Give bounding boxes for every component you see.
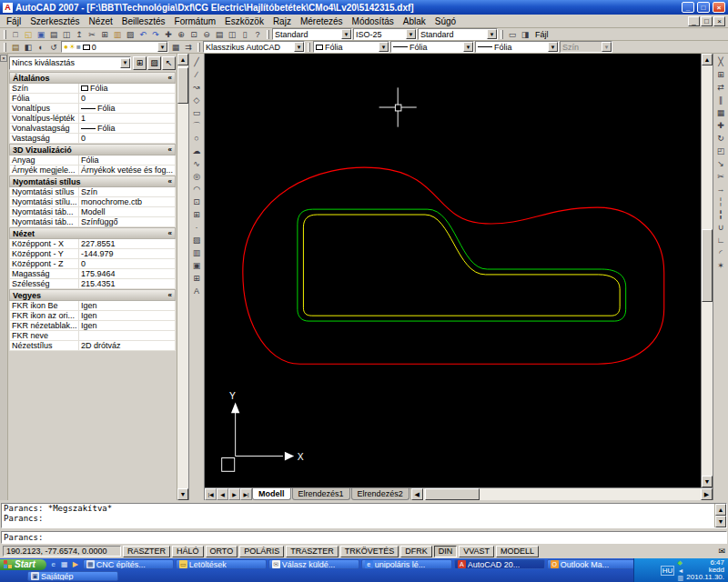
chevron-down-icon[interactable]: ▾ [406,29,416,39]
table-icon[interactable]: ⊞ [190,272,204,285]
help-icon[interactable]: ? [251,29,264,40]
menu-eszkozok[interactable]: Eszközök [220,15,268,27]
property-value[interactable]: Fólia [79,104,175,113]
menu-sugo[interactable]: Súgó [430,15,460,27]
ellipse-arc-icon[interactable]: ◠ [190,183,204,196]
hatch-icon[interactable]: ▨ [190,234,204,246]
zoom-realtime-icon[interactable]: ⊕ [175,29,187,40]
explode-icon[interactable]: ✶ [714,259,728,272]
toolbar-grip[interactable] [197,43,200,52]
command-scrollbar[interactable]: ▲ ▼ [714,504,726,527]
restore-button[interactable]: □ [697,2,710,13]
canvas-horizontal-scrollbar[interactable]: ◀ ▶ [410,488,713,500]
chevron-down-icon[interactable]: ▾ [379,42,389,52]
revision-cloud-icon[interactable]: ☁ [190,145,204,157]
plot-preview-icon[interactable]: ◫ [60,29,73,40]
toolbar-grip[interactable] [500,30,503,39]
insert-block-icon[interactable]: ⊡ [190,196,204,208]
make-block-icon[interactable]: ⊞ [190,208,204,221]
offset-icon[interactable]: ∥ [714,94,728,106]
drawing-canvas[interactable]: Y X [205,54,701,487]
cut-icon[interactable]: ✂ [86,29,98,40]
new-file-icon[interactable]: □ [9,29,22,40]
color-combo[interactable]: Fólia ▾ [313,41,389,53]
linetype-combo[interactable]: Fólia ▾ [390,41,474,53]
stretch-icon[interactable]: ↘ [714,157,728,170]
command-history[interactable]: Parancs: *Megszakítva* Parancs: ▲ ▼ [1,503,727,528]
task-autocad-20[interactable]: AAutoCAD 20... [454,559,545,569]
language-indicator[interactable]: HU [661,566,675,576]
chevron-down-icon[interactable]: ▾ [487,29,497,39]
property-value[interactable]: 215.4351 [79,279,175,288]
toolbar-grip[interactable] [4,30,6,39]
dimstyle-combo[interactable]: ISO-25 ▾ [353,28,417,40]
property-value[interactable]: Szín [79,187,175,196]
property-value[interactable]: Igen [79,311,175,320]
ellipse-icon[interactable]: ◎ [190,170,204,183]
property-value[interactable]: 0 [79,94,175,103]
chevron-down-icon[interactable]: ▾ [548,42,558,52]
scrollbar-thumb[interactable] [177,67,188,104]
tab-elrendezes1[interactable]: Elrendezés1 [292,488,350,500]
command-input[interactable]: Parancs: [1,531,727,544]
section-collapse-icon[interactable]: « [168,291,172,299]
quick-launch-player-icon[interactable]: ▶ [70,559,81,569]
property-value[interactable]: 1 [79,114,175,123]
pickadd-toggle-icon[interactable]: ⊞ [133,56,147,70]
toggle-polaris[interactable]: POLÁRIS [239,546,284,557]
scrollbar-thumb[interactable] [702,229,713,302]
toggle-trkovetes[interactable]: TRKÖVETÉS [340,546,399,557]
tray-volume-icon[interactable]: ◄ [677,567,683,574]
doc-minimize-button[interactable]: _ [688,16,700,26]
palette-close-icon[interactable]: × [0,55,7,62]
chevron-down-icon[interactable]: ▾ [341,29,351,39]
section-header-nezet[interactable]: Nézet« [9,227,176,239]
scrollbar-track[interactable] [177,65,188,488]
menu-rajz[interactable]: Rajz [268,15,296,27]
toggle-orto[interactable]: ORTO [206,546,238,557]
trim-icon[interactable]: ✂ [714,170,728,183]
chevron-down-icon[interactable]: ▾ [120,58,130,68]
polyline-icon[interactable]: ↝ [190,81,204,94]
lineweight-combo[interactable]: Fólia ▾ [475,41,559,53]
canvas-vertical-scrollbar[interactable]: ▲ ▼ [701,54,713,487]
tray-clock[interactable]: 6:47 kedd 2010.11.30. [686,559,724,581]
move-icon[interactable]: ✚ [714,119,728,132]
toggle-dfrk[interactable]: DFRK [400,546,432,557]
scrollbar-thumb[interactable] [425,488,480,500]
break-icon[interactable]: ╏ [714,208,728,221]
toggle-vvast[interactable]: VVAST [459,546,494,557]
zoom-window-icon[interactable]: ⊡ [187,29,200,40]
task-unipolaris-le[interactable]: eunipoláris lé... [361,559,452,569]
redo-icon[interactable]: ↷ [149,29,162,40]
undo-icon[interactable]: ↶ [136,29,149,40]
select-objects-icon[interactable]: ↖ [162,56,176,70]
menu-beillesztes[interactable]: Beillesztés [117,15,170,27]
scroll-down-icon[interactable]: ▼ [702,476,713,487]
property-value[interactable]: 227.8551 [79,239,175,248]
property-value[interactable]: -144.979 [79,249,175,258]
mirror-icon[interactable]: ⇄ [714,81,728,94]
designcenter-icon[interactable]: ◫ [226,29,238,40]
workspace-combo[interactable]: Klasszikus AutoCAD ▾ [203,41,305,53]
toggle-raszter[interactable]: RASZTER [123,546,170,557]
tray-shield-icon[interactable]: ◆ [677,559,683,567]
scrollbar-track[interactable] [702,65,713,476]
menu-nezet[interactable]: Nézet [85,15,117,27]
menu-szerkesztes[interactable]: Szerkesztés [25,15,84,27]
make-object-layer-icon[interactable]: ◐ [35,42,47,53]
erase-icon[interactable]: ╳ [714,55,728,68]
layer-combo[interactable]: ●☀■ 0 ▾ [61,41,168,53]
extend-icon[interactable]: → [714,183,728,196]
join-icon[interactable]: ∪ [714,221,728,234]
layer-lock-icon[interactable]: ■ [76,43,81,51]
toggle-din[interactable]: DIN [434,546,458,557]
property-value[interactable]: Fólia [79,124,175,133]
scroll-up-icon[interactable]: ▲ [177,54,188,65]
chamfer-icon[interactable]: ∟ [714,234,728,246]
layer-on-icon[interactable]: ● [64,43,68,51]
menu-ablak[interactable]: Ablak [399,15,430,27]
point-icon[interactable]: · [190,221,204,234]
quick-launch-browser-icon[interactable]: e [48,559,59,569]
crosshair-cursor[interactable] [379,87,417,126]
